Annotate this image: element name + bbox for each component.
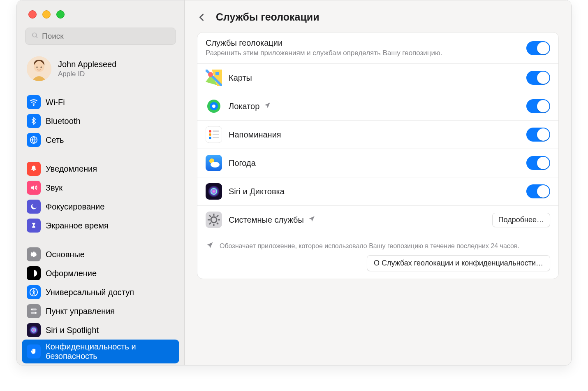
svg-point-34	[211, 162, 220, 168]
footnote-text: Обозначает приложение, которое использов…	[220, 242, 519, 250]
app-row-weather: Погода	[197, 149, 558, 177]
sidebar-item-label: Bluetooth	[46, 116, 81, 126]
svg-point-15	[35, 312, 37, 314]
sidebar-section: УведомленияЗвукФокусированиеЭкранное вре…	[17, 158, 184, 237]
svg-point-24	[212, 105, 215, 108]
svg-point-11	[33, 289, 34, 291]
account-text: John Appleseed Apple ID	[58, 60, 116, 78]
svg-point-6	[33, 105, 34, 105]
sidebar-item-label: Основные	[46, 250, 85, 259]
fullscreen-window-button[interactable]	[56, 10, 65, 19]
sidebar-item-bluetooth[interactable]: Bluetooth	[22, 112, 179, 130]
sidebar-item-controlcenter[interactable]: Пункт управления	[22, 302, 179, 321]
sidebar-item-label: Универсальный доступ	[46, 288, 134, 297]
svg-rect-30	[213, 134, 219, 135]
search-icon	[31, 32, 42, 41]
sidebar-item-hourglass[interactable]: Экранное время	[22, 216, 179, 235]
svg-rect-8	[33, 170, 34, 171]
sidebar: John Appleseed Apple ID Wi-FiBluetoothСе…	[17, 0, 185, 365]
app-row-findmy: Локатор	[197, 92, 558, 121]
sidebar-item-label: Фокусирование	[46, 202, 104, 212]
weather-app-icon	[206, 155, 222, 171]
app-row-label: Системные службы	[229, 215, 486, 225]
location-indicator-icon	[206, 241, 214, 251]
location-services-master-toggle[interactable]	[526, 41, 550, 55]
app-row-label: Siri и Диктовка	[229, 187, 520, 196]
location-used-indicator-icon	[308, 215, 315, 225]
search-field[interactable]	[25, 28, 176, 45]
settings-panel: Службы геолокации Разрешить этим приложе…	[197, 32, 559, 279]
svg-point-27	[209, 133, 211, 136]
sidebar-item-label: Siri и Spotlight	[46, 326, 99, 335]
svg-point-5	[40, 66, 42, 67]
gear-icon	[27, 247, 41, 261]
minimize-window-button[interactable]	[42, 10, 51, 19]
sidebar-item-bell[interactable]: Уведомления	[22, 159, 179, 178]
svg-point-16	[29, 326, 38, 335]
sidebar-item-moon[interactable]: Фокусирование	[22, 197, 179, 216]
siri-icon	[27, 323, 41, 337]
sidebar-item-label: Сеть	[46, 135, 64, 145]
details-button[interactable]: Подробнее…	[492, 213, 550, 227]
sidebar-item-hand[interactable]: Конфиденциальность и безопасность	[22, 340, 179, 363]
location-services-master-row: Службы геолокации Разрешить этим приложе…	[197, 33, 558, 64]
sidebar-item-siri[interactable]: Siri и Spotlight	[22, 321, 179, 340]
master-title: Службы геолокации	[206, 38, 520, 48]
sidebar-section: Wi-FiBluetoothСеть	[17, 91, 184, 151]
siri-app-icon	[206, 183, 222, 200]
app-row-label: Напоминания	[229, 130, 520, 140]
sidebar-item-gear[interactable]: Основные	[22, 245, 179, 264]
main-content: Службы геолокации Службы геолокации Разр…	[185, 0, 571, 365]
svg-point-4	[36, 66, 37, 67]
svg-rect-31	[213, 137, 219, 138]
accessibility-icon	[27, 285, 41, 299]
location-used-indicator-icon	[264, 102, 271, 111]
search-input[interactable]	[42, 32, 170, 41]
sidebar-item-label: Экранное время	[46, 221, 109, 230]
wifi-icon	[27, 95, 41, 109]
svg-point-28	[209, 137, 211, 139]
sidebar-item-accessibility[interactable]: Универсальный доступ	[22, 283, 179, 302]
app-row-label: Погода	[229, 158, 520, 168]
sidebar-item-network[interactable]: Сеть	[22, 130, 179, 149]
hourglass-icon	[27, 219, 41, 233]
sidebar-item-appearance[interactable]: Оформление	[22, 264, 179, 283]
page-title: Службы геолокации	[216, 11, 319, 23]
app-toggle-maps[interactable]	[526, 71, 550, 85]
sidebar-item-wifi[interactable]: Wi-Fi	[22, 93, 179, 112]
app-toggle-reminders[interactable]	[526, 128, 550, 142]
main-header: Службы геолокации	[185, 0, 571, 32]
account-name: John Appleseed	[58, 60, 116, 69]
footnote-row: Обозначает приложение, которое использов…	[197, 234, 558, 255]
findmy-app-icon	[206, 98, 222, 114]
master-desc: Разрешить этим приложениям и службам опр…	[206, 49, 520, 58]
moon-icon	[27, 200, 41, 214]
close-window-button[interactable]	[28, 10, 37, 19]
app-toggle-siri[interactable]	[526, 184, 550, 198]
sidebar-item-label: Уведомления	[46, 164, 97, 174]
app-row-label: Локатор	[229, 102, 520, 111]
sound-icon	[27, 181, 41, 195]
sidebar-item-label: Wi-Fi	[46, 98, 65, 107]
account-row[interactable]: John Appleseed Apple ID	[17, 53, 184, 91]
app-toggle-weather[interactable]	[526, 156, 550, 170]
bell-icon	[27, 162, 41, 176]
avatar	[27, 56, 51, 81]
svg-point-26	[209, 130, 211, 133]
reminders-app-icon	[206, 126, 222, 143]
svg-point-36	[208, 186, 220, 197]
about-row: О Службах геолокации и конфиденциальност…	[197, 255, 558, 279]
sidebar-item-label: Оформление	[46, 269, 97, 278]
svg-point-13	[31, 309, 33, 310]
maps-app-icon	[206, 70, 222, 86]
about-location-privacy-button[interactable]: О Службах геолокации и конфиденциальност…	[367, 255, 550, 271]
sidebar-item-label: Конфиденциальность и безопасность	[46, 342, 174, 361]
controlcenter-icon	[27, 304, 41, 318]
app-row-system: Системные службыПодробнее…	[197, 206, 558, 234]
sidebar-item-sound[interactable]: Звук	[22, 178, 179, 197]
back-button[interactable]	[197, 12, 207, 22]
account-sub: Apple ID	[58, 70, 116, 78]
app-toggle-findmy[interactable]	[526, 99, 550, 113]
network-icon	[27, 133, 41, 147]
app-row-label: Карты	[229, 73, 520, 83]
